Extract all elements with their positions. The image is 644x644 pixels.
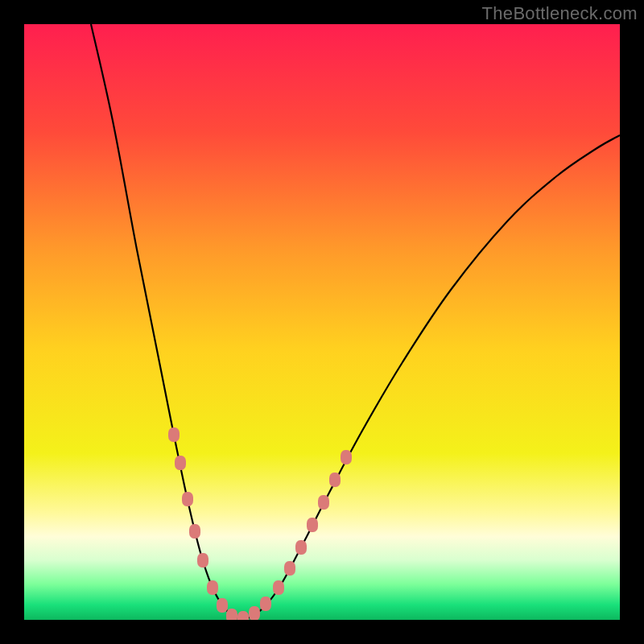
curve-line [91,24,620,619]
curve-marker [329,473,341,487]
curve-marker [175,456,186,470]
curve-marker [189,524,200,539]
curve-marker [284,561,295,576]
curve-marker [168,427,180,442]
curve-marker [295,540,307,555]
curve-marker [318,495,329,510]
curve-marker [249,606,260,620]
watermark-text: TheBottleneck.com [482,3,638,24]
curve-marker [207,580,218,595]
curve-marker [260,597,271,611]
chart-frame: TheBottleneck.com [0,0,644,644]
curve-marker [273,580,284,595]
curve-marker [182,492,193,506]
curve-marker [307,518,318,532]
curve-marker [237,611,249,620]
curve-marker [197,553,208,568]
curve-marker [226,609,237,620]
plot-area [24,24,620,620]
curve-markers [168,427,352,620]
curve-marker [217,598,228,613]
performance-curve [24,24,620,620]
curve-marker [341,450,352,464]
